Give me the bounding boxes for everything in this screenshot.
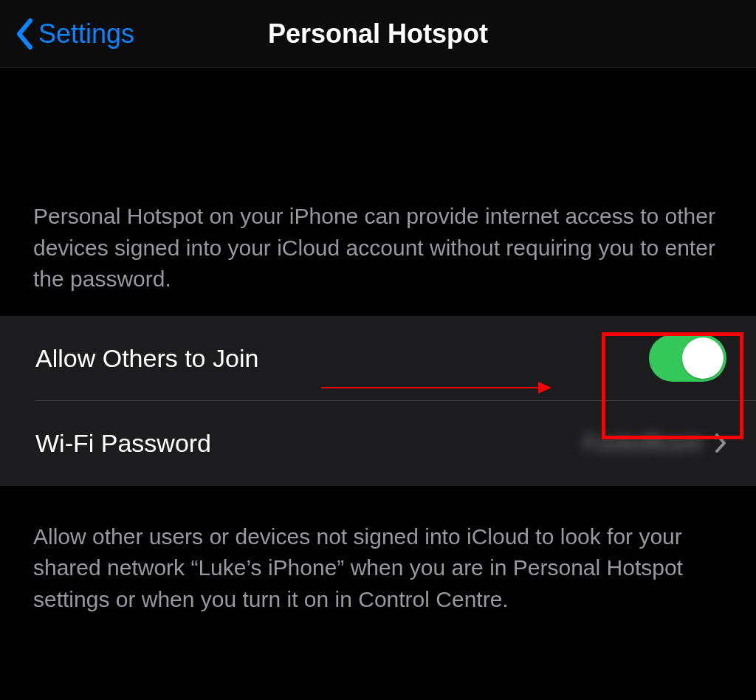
chevron-right-icon	[715, 433, 726, 453]
nav-header: Settings Personal Hotspot	[0, 0, 756, 68]
personal-hotspot-screen: Settings Personal Hotspot Personal Hotsp…	[0, 0, 756, 700]
wifi-password-label: Wi-Fi Password	[35, 429, 211, 458]
wifi-password-value: Fuckoffcunt	[583, 430, 701, 456]
wifi-password-row[interactable]: Wi-Fi Password Fuckoffcunt	[0, 401, 756, 486]
chevron-left-icon	[15, 18, 34, 50]
settings-list: Allow Others to Join Wi-Fi Password Fuck…	[0, 316, 756, 486]
section-header-text: Personal Hotspot on your iPhone can prov…	[0, 68, 756, 316]
section-footer-text: Allow other users or devices not signed …	[0, 486, 756, 638]
allow-others-toggle[interactable]	[649, 334, 726, 382]
back-label: Settings	[38, 18, 134, 49]
page-title: Personal Hotspot	[268, 18, 488, 49]
allow-others-row[interactable]: Allow Others to Join	[0, 316, 756, 401]
allow-others-label: Allow Others to Join	[35, 344, 258, 373]
toggle-knob	[682, 337, 724, 379]
back-button[interactable]: Settings	[0, 18, 134, 50]
